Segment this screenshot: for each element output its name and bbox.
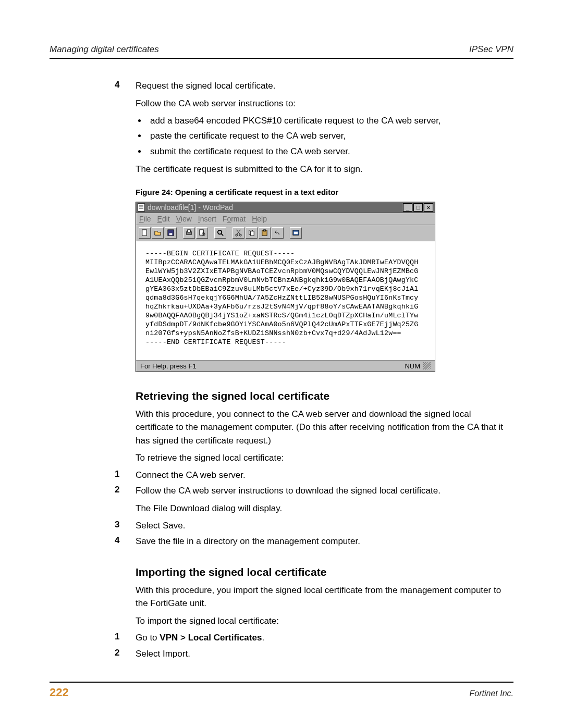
section-heading-retrieve: Retrieving the signed local certificate — [136, 390, 503, 402]
find-icon[interactable] — [214, 227, 226, 239]
step-text: Select Import. — [136, 648, 503, 661]
step-text: Follow the CA web server instructions to… — [136, 485, 503, 498]
minimize-button[interactable]: _ — [403, 203, 412, 212]
status-bar: For Help, press F1 NUM — [136, 360, 435, 372]
resize-grip-icon[interactable] — [423, 362, 431, 369]
print-icon[interactable] — [183, 227, 195, 239]
menu-format[interactable]: Format — [223, 215, 246, 223]
copy-icon[interactable] — [246, 227, 258, 239]
retrieve-intro: With this procedure, you connect to the … — [136, 408, 503, 448]
svg-point-7 — [218, 230, 222, 235]
step-number: 4 — [115, 80, 136, 90]
svg-rect-16 — [294, 232, 298, 235]
svg-rect-12 — [251, 231, 254, 236]
paste-icon[interactable] — [259, 227, 271, 239]
svg-rect-0 — [142, 230, 146, 236]
retrieve-lead: To retrieve the signed local certificate… — [136, 451, 503, 465]
step-number: 1 — [115, 469, 136, 479]
header-rule — [50, 58, 513, 59]
svg-rect-4 — [188, 230, 191, 232]
header-left: Managing digital certificates — [50, 44, 159, 55]
bullet-list: add a base64 encoded PKCS#10 certificate… — [147, 114, 503, 158]
editor-body[interactable]: -----BEGIN CERTIFICATE REQUEST----- MIIB… — [136, 241, 435, 360]
bullet-item: paste the certificate request to the CA … — [147, 129, 503, 143]
footer-rule — [50, 682, 513, 683]
step-number: 2 — [115, 648, 136, 658]
svg-line-8 — [221, 234, 223, 236]
step-text: Go to VPN > Local Certificates. — [136, 632, 503, 645]
step-follow: Follow the CA web server instructions to… — [136, 97, 503, 110]
save-icon[interactable] — [165, 227, 177, 239]
step-text: Save the file in a directory on the mana… — [136, 535, 503, 548]
import-lead: To import the signed local certificate: — [136, 614, 503, 628]
header-right: IPSec VPN — [469, 44, 513, 55]
window-title: downloadfile[1] - WordPad — [148, 203, 233, 212]
step-number: 4 — [115, 535, 136, 546]
menu-insert[interactable]: Insert — [198, 215, 216, 223]
menu-edit[interactable]: Edit — [157, 215, 170, 223]
menu-file[interactable]: File — [139, 215, 151, 223]
maximize-button[interactable]: □ — [413, 203, 423, 212]
step-text: Connect the CA web server. — [136, 469, 503, 482]
open-icon[interactable] — [152, 227, 164, 239]
status-left: For Help, press F1 — [140, 362, 197, 370]
bullet-item: add a base64 encoded PKCS#10 certificate… — [147, 114, 503, 128]
step-number: 3 — [115, 520, 136, 530]
figure-caption: Figure 24: Opening a certificate request… — [136, 188, 503, 196]
footer-brand: Fortinet Inc. — [470, 689, 513, 698]
close-button[interactable]: × — [424, 203, 433, 212]
print-preview-icon[interactable] — [196, 227, 208, 239]
step-text: Select Save. — [136, 520, 503, 533]
section-heading-import: Importing the signed local certificate — [136, 566, 503, 578]
datetime-icon[interactable] — [290, 227, 302, 239]
svg-rect-14 — [264, 230, 266, 231]
menu-bar[interactable]: File Edit View Insert Format Help — [136, 213, 435, 225]
new-icon[interactable] — [139, 227, 151, 239]
menu-help[interactable]: Help — [252, 215, 267, 223]
toolbar — [136, 225, 435, 241]
step-after: The File Download dialog will display. — [136, 502, 503, 515]
page-number: 222 — [50, 686, 69, 699]
svg-rect-2 — [169, 233, 173, 236]
wordpad-window: downloadfile[1] - WordPad _ □ × File Edi… — [136, 202, 435, 372]
menu-view[interactable]: View — [176, 215, 192, 223]
titlebar[interactable]: downloadfile[1] - WordPad _ □ × — [136, 202, 435, 213]
svg-rect-5 — [200, 230, 204, 235]
document-icon — [138, 203, 145, 212]
bullet-item: submit the certificate request to the CA… — [147, 145, 503, 158]
step-after: The certificate request is submitted to … — [136, 163, 503, 176]
step-text: Request the signed local certificate. — [136, 80, 503, 93]
undo-icon[interactable] — [272, 227, 284, 239]
import-intro: With this procedure, you import the sign… — [136, 584, 503, 610]
cut-icon[interactable] — [232, 227, 244, 239]
status-num: NUM — [405, 362, 420, 370]
step-number: 2 — [115, 485, 136, 495]
step-number: 1 — [115, 632, 136, 642]
